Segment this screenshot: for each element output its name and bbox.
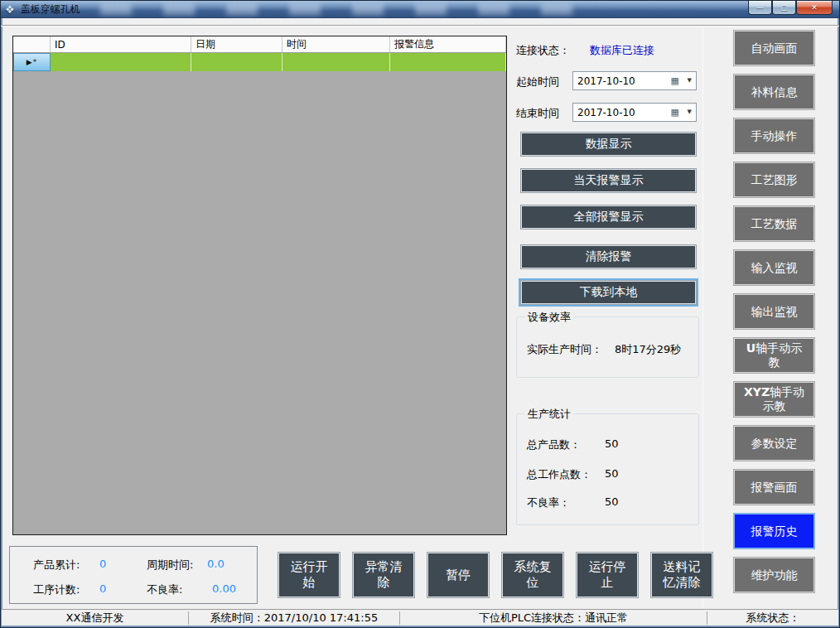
sidebar-item-alarm-history[interactable]: 报警历史 — [733, 513, 815, 549]
minimize-icon: — — [756, 3, 764, 12]
table-header-row: ID 日期 时间 报警信息 — [13, 36, 506, 53]
run-start-button[interactable]: 运行开始 — [278, 552, 340, 598]
row-selector-cell[interactable]: ▶* — [13, 53, 51, 71]
close-button[interactable]: ✕ — [796, 1, 833, 15]
cycle-time-value: 0.0 — [207, 558, 224, 570]
calendar-icon: ▦ — [671, 108, 679, 117]
process-count-label: 工序计数: — [33, 582, 80, 597]
status-system-time: 系统时间：2017/10/10 17:41:55 — [189, 611, 400, 625]
pause-button[interactable]: 暂停 — [427, 552, 490, 598]
clear-alarm-button[interactable]: 清除报警 — [520, 244, 697, 269]
column-header-selector[interactable] — [13, 36, 51, 52]
total-products-value: 50 — [605, 437, 619, 450]
maximize-icon: ▢ — [780, 3, 788, 12]
start-date-picker[interactable]: 2017-10-10 ▦ ▼ — [572, 71, 697, 90]
connection-status-value: 数据库已连接 — [590, 43, 654, 58]
total-work-points-label: 总工作点数： — [527, 467, 591, 482]
status-bar: XX通信开发 系统时间：2017/10/10 17:41:55 下位机PLC连接… — [2, 609, 838, 626]
start-date-value: 2017-10-10 — [577, 75, 635, 87]
sidebar-item-parameter-setting[interactable]: 参数设定 — [733, 425, 815, 461]
table-row: ▶* — [13, 53, 506, 71]
production-time-label: 实际生产时间： — [527, 342, 602, 357]
production-time-value: 8时17分29秒 — [615, 342, 681, 357]
sidebar-item-auto-screen[interactable]: 自动画面 — [733, 30, 815, 66]
close-icon: ✕ — [811, 3, 818, 12]
window-controls: — ▢ ✕ — [748, 1, 833, 15]
end-date-label: 结束时间 — [516, 106, 559, 121]
today-alarm-display-button[interactable]: 当天报警显示 — [520, 168, 697, 193]
table-cell-time[interactable] — [282, 53, 390, 71]
window-title: 盖板穿螺孔机 — [21, 2, 80, 17]
title-bar: ❖ 盖板穿螺孔机 — [1, 1, 839, 18]
sidebar-item-process-graphics[interactable]: 工艺图形 — [733, 162, 815, 198]
start-date-label: 起始时间 — [516, 75, 559, 89]
calendar-icon: ▦ — [671, 76, 679, 85]
alarm-history-table: ID 日期 时间 报警信息 ▶* — [12, 36, 507, 535]
new-row-indicator-icon: ▶* — [27, 58, 37, 66]
defect-rate-label: 不良率： — [527, 495, 570, 510]
production-statistics-title: 生产统计 — [524, 407, 574, 422]
dropdown-arrow-icon[interactable]: ▼ — [688, 109, 692, 115]
defect-rate-value: 50 — [605, 495, 619, 508]
process-count-value: 0 — [99, 582, 106, 595]
end-date-value: 2017-10-10 — [577, 107, 635, 118]
counter-panel: 产品累计: 0 周期时间: 0.0 工序计数: 0 不良率: 0.00 — [9, 546, 258, 604]
status-system-state: 系统状态： — [707, 611, 838, 625]
sidebar-item-xyz-axis-teach[interactable]: XYZ轴手动示教 — [733, 381, 815, 418]
window: ❖ 盖板穿螺孔机 — ▢ ✕ ID 日期 时间 报警信息 ▶* 连接状态： 数据… — [0, 0, 840, 628]
maximize-button[interactable]: ▢ — [772, 1, 796, 15]
column-header-date[interactable]: 日期 — [191, 36, 282, 52]
column-header-id[interactable]: ID — [51, 36, 191, 52]
table-cell-date[interactable] — [191, 53, 282, 71]
vertical-divider — [702, 27, 703, 608]
product-total-label: 产品累计: — [33, 558, 80, 572]
error-clear-button[interactable]: 异常清除 — [352, 552, 415, 598]
sidebar-item-manual-operation[interactable]: 手动操作 — [733, 118, 815, 154]
system-reset-button[interactable]: 系统复位 — [501, 552, 564, 598]
sidebar-item-output-monitor[interactable]: 输出监视 — [733, 293, 815, 330]
minimize-button[interactable]: — — [748, 1, 772, 15]
client-top-divider — [1, 25, 839, 27]
all-alarm-display-button[interactable]: 全部报警显示 — [520, 205, 697, 229]
status-plc-connection: 下位机PLC连接状态：通讯正常 — [400, 611, 707, 625]
sidebar-item-u-axis-teach[interactable]: U轴手动示教 — [733, 337, 815, 374]
connection-status-label: 连接状态： — [516, 43, 570, 58]
table-cell-id[interactable] — [51, 53, 191, 71]
status-vendor: XX通信开发 — [2, 611, 189, 625]
app-icon: ❖ — [5, 4, 15, 15]
sidebar-item-maintenance[interactable]: 维护功能 — [733, 557, 815, 593]
download-local-button[interactable]: 下载到本地 — [520, 280, 697, 305]
sidebar-item-refill-info[interactable]: 补料信息 — [733, 74, 815, 110]
equipment-efficiency-group: 设备效率 实际生产时间： 8时17分29秒 — [516, 316, 699, 378]
data-display-button[interactable]: 数据显示 — [520, 132, 697, 157]
equipment-efficiency-title: 设备效率 — [524, 310, 574, 325]
product-total-value: 0 — [99, 558, 106, 570]
total-products-label: 总产品数： — [527, 437, 581, 452]
total-work-points-value: 50 — [605, 467, 619, 480]
sidebar-item-input-monitor[interactable]: 输入监视 — [733, 249, 815, 286]
column-header-alarm-info[interactable]: 报警信息 — [390, 36, 506, 52]
end-date-picker[interactable]: 2017-10-10 ▦ ▼ — [572, 103, 697, 122]
table-cell-alarm-info[interactable] — [390, 53, 506, 71]
defect-rate-bottom-value: 0.00 — [212, 582, 236, 595]
titlebar-ghost-artifacts — [100, 3, 597, 15]
sidebar-item-alarm-screen[interactable]: 报警画面 — [733, 469, 815, 505]
sidebar-item-process-data[interactable]: 工艺数据 — [733, 205, 815, 242]
defect-rate-bottom-label: 不良率: — [147, 582, 182, 597]
cycle-time-label: 周期时间: — [147, 558, 193, 572]
run-stop-button[interactable]: 运行停止 — [576, 552, 639, 598]
dropdown-arrow-icon[interactable]: ▼ — [688, 78, 692, 84]
column-header-time[interactable]: 时间 — [282, 36, 390, 52]
production-statistics-group: 生产统计 总产品数： 50 总工作点数： 50 不良率： 50 — [516, 413, 699, 525]
feed-memory-clear-button[interactable]: 送料记忆清除 — [650, 552, 713, 598]
